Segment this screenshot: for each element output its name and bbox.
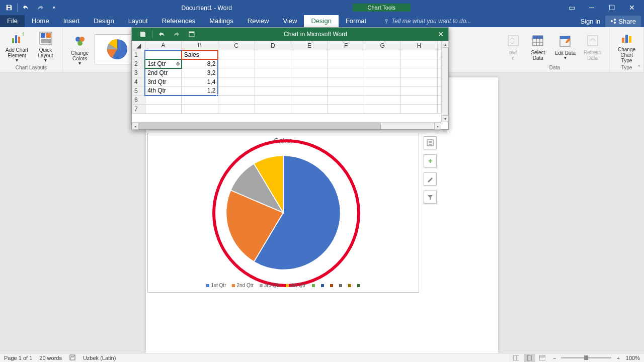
edit-data-button[interactable]: Edit Data ▾ xyxy=(553,32,578,61)
tab-references[interactable]: References xyxy=(155,15,202,27)
cell-cursor-icon: ⊕ xyxy=(176,61,180,66)
zoom-thumb[interactable] xyxy=(584,355,588,360)
tab-file[interactable]: File xyxy=(0,15,25,27)
tab-mailings[interactable]: Mailings xyxy=(202,15,240,27)
layout-options-button[interactable] xyxy=(424,136,437,149)
legend-marker xyxy=(357,283,360,288)
select-data-button[interactable]: Select Data xyxy=(524,32,552,62)
zoom-level[interactable]: 100% xyxy=(626,355,640,361)
maximize-button[interactable]: ☐ xyxy=(602,1,622,15)
chart-elements-button[interactable]: + xyxy=(424,154,437,167)
add-chart-element-button[interactable]: + Add Chart Element ▾ xyxy=(3,29,31,64)
cell-A3[interactable]: 2nd Qtr xyxy=(145,68,182,77)
scroll-up-arrow[interactable]: ▴ xyxy=(442,41,449,48)
customize-qat-dropdown[interactable]: ▾ xyxy=(47,1,61,15)
svg-rect-35 xyxy=(539,355,545,360)
save-button[interactable] xyxy=(2,1,16,15)
switch-row-column-icon xyxy=(505,33,521,49)
cell-B4[interactable]: 1,4 xyxy=(182,77,218,86)
row-header-5[interactable]: 5 xyxy=(132,86,145,96)
undo-button[interactable] xyxy=(19,1,33,15)
tab-view[interactable]: View xyxy=(276,15,304,27)
row-header-2[interactable]: 2 xyxy=(132,59,145,68)
change-chart-type-icon xyxy=(619,30,635,46)
col-header-E[interactable]: E xyxy=(291,41,328,50)
tab-layout[interactable]: Layout xyxy=(121,15,155,27)
row-header-4[interactable]: 4 xyxy=(132,77,145,86)
cell-A2[interactable]: 1st Qtr⊕ xyxy=(145,59,182,68)
minimize-button[interactable]: ─ xyxy=(582,1,602,15)
col-header-H[interactable]: H xyxy=(401,41,438,50)
row-header-6[interactable]: 6 xyxy=(132,96,145,105)
excel-save-button[interactable] xyxy=(137,28,149,40)
zoom-slider[interactable] xyxy=(561,357,611,358)
row-header-1[interactable]: 1 xyxy=(132,50,145,59)
chart-object[interactable]: Sales 1st Qtr2nd Qtr3rd Qtr4th Qtr + xyxy=(147,133,419,293)
excel-undo-button[interactable] xyxy=(155,28,168,40)
col-header-A[interactable]: A xyxy=(145,41,182,50)
refresh-data-button: Refresh Data xyxy=(579,32,606,62)
cell-A4[interactable]: 3rd Qtr xyxy=(145,77,182,86)
col-header-D[interactable]: D xyxy=(255,41,291,50)
tab-insert[interactable]: Insert xyxy=(56,15,87,27)
tab-review[interactable]: Review xyxy=(240,15,276,27)
hscroll-thumb[interactable] xyxy=(139,123,381,129)
select-all-corner[interactable]: ◢ xyxy=(132,41,145,50)
web-layout-button[interactable] xyxy=(537,354,548,362)
page-count[interactable]: Page 1 of 1 xyxy=(4,355,32,361)
cell-B2[interactable]: 8,2 xyxy=(182,59,218,68)
fill-handle[interactable] xyxy=(216,94,219,97)
col-header-F[interactable]: F xyxy=(328,41,364,50)
chart-legend[interactable]: 1st Qtr2nd Qtr3rd Qtr4th Qtr xyxy=(206,283,360,288)
zoom-in-button[interactable]: + xyxy=(616,355,619,361)
change-colors-button[interactable]: Change Colors ▾ xyxy=(66,32,94,67)
scroll-right-arrow[interactable]: ▸ xyxy=(434,123,441,130)
collapse-ribbon-button[interactable]: ⌃ xyxy=(637,64,641,70)
annotation-circle xyxy=(212,139,360,287)
legend-item[interactable]: 1st Qtr xyxy=(206,283,226,288)
language-status[interactable]: Uzbek (Latin) xyxy=(83,355,116,361)
excel-vertical-scrollbar[interactable]: ▴ ▾ xyxy=(441,41,448,122)
cell-B5[interactable]: 1,2 xyxy=(182,86,218,96)
close-button[interactable]: ✕ xyxy=(622,1,642,15)
chart-filters-button[interactable] xyxy=(424,191,437,204)
cell-B3[interactable]: 3,2 xyxy=(182,68,218,77)
proofing-icon[interactable] xyxy=(69,354,76,362)
read-mode-button[interactable] xyxy=(511,354,522,362)
col-header-B[interactable]: B xyxy=(182,41,218,50)
svg-rect-18 xyxy=(533,36,543,39)
quick-layout-button[interactable]: Quick Layout ▾ xyxy=(32,29,59,64)
legend-item[interactable]: 2nd Qtr xyxy=(232,283,253,288)
sign-in-link[interactable]: Sign in xyxy=(581,18,601,25)
scroll-down-arrow[interactable]: ▾ xyxy=(442,115,449,122)
excel-redo-button[interactable] xyxy=(171,28,183,40)
excel-close-button[interactable]: × xyxy=(433,29,448,40)
share-button[interactable]: Share xyxy=(605,16,641,27)
scroll-left-arrow[interactable]: ◂ xyxy=(132,123,139,130)
ribbon-display-options-icon[interactable]: ▭ xyxy=(561,1,582,15)
col-header-G[interactable]: G xyxy=(364,41,401,50)
tab-design[interactable]: Design xyxy=(87,15,121,27)
legend-item[interactable]: 3rd Qtr xyxy=(260,283,280,288)
svg-rect-27 xyxy=(629,36,631,43)
excel-horizontal-scrollbar[interactable]: ◂ ▸ xyxy=(132,122,441,129)
excel-edit-in-excel-button[interactable] xyxy=(186,28,198,40)
tab-chart-design[interactable]: Design xyxy=(304,15,338,27)
tab-home[interactable]: Home xyxy=(25,15,56,27)
tell-me-search[interactable]: Tell me what you want to do... xyxy=(373,18,471,25)
legend-item[interactable]: 4th Qtr xyxy=(286,283,306,288)
excel-data-grid[interactable]: ◢ A B C D E F G H I 1Sales 21st Qtr⊕8,2 … xyxy=(132,41,448,114)
zoom-out-button[interactable]: − xyxy=(553,355,556,361)
change-chart-type-button[interactable]: Change Chart Type xyxy=(613,29,640,64)
row-header-3[interactable]: 3 xyxy=(132,68,145,77)
tab-format[interactable]: Format xyxy=(339,15,373,27)
chart-styles-button[interactable] xyxy=(424,172,437,186)
redo-button[interactable] xyxy=(33,1,47,15)
document-title: Document1 - Word xyxy=(61,4,353,12)
word-count[interactable]: 20 words xyxy=(39,355,62,361)
cell-B1[interactable]: Sales xyxy=(182,50,218,59)
row-header-7[interactable]: 7 xyxy=(132,105,145,114)
cell-A5[interactable]: 4th Qtr xyxy=(145,86,182,96)
print-layout-button[interactable] xyxy=(524,354,535,362)
col-header-C[interactable]: C xyxy=(218,41,255,50)
